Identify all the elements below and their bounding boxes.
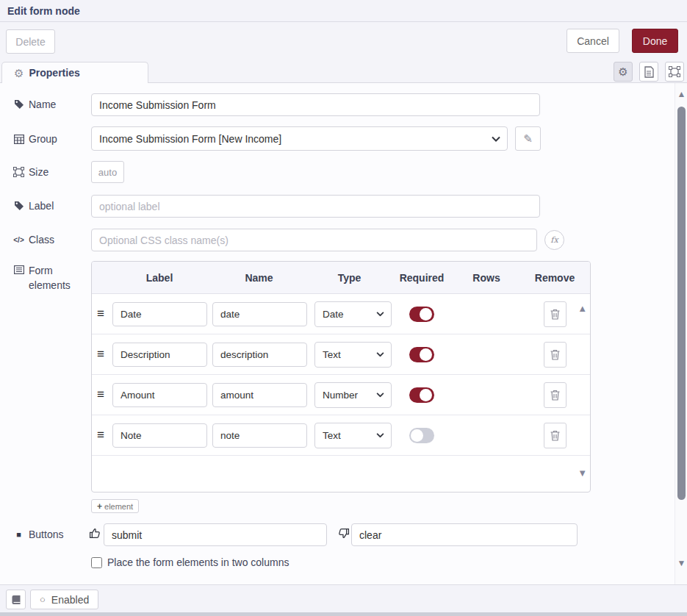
two-columns-checkbox[interactable] — [91, 557, 102, 568]
table-scroll-up-icon[interactable]: ▲ — [578, 303, 587, 314]
add-element-label: element — [104, 502, 133, 511]
thumbs-down-icon — [337, 527, 350, 540]
table-icon — [13, 135, 24, 144]
form-elements-header: Label Name Type Required Rows Remove — [92, 262, 590, 294]
label-input[interactable] — [91, 195, 540, 218]
element-label-input[interactable] — [112, 423, 207, 448]
buttons-label-row: ■ Buttons — [13, 529, 63, 540]
element-label-input[interactable] — [112, 343, 207, 367]
element-type-select-wrap: Text — [314, 342, 392, 368]
element-name-input[interactable] — [212, 302, 307, 326]
pencil-icon: ✎ — [523, 132, 533, 146]
class-label-row: </> Class — [13, 234, 54, 246]
element-type-select-wrap: Number — [314, 382, 392, 408]
form-elements-table: Label Name Type Required Rows Remove ≡ D… — [91, 261, 591, 493]
dialog-toolbar: Delete Cancel Done — [0, 22, 687, 61]
dialog-scrollbar: ▲ ▼ — [675, 83, 687, 584]
required-toggle[interactable] — [409, 307, 434, 322]
class-input[interactable] — [91, 229, 537, 251]
scrollbar-thumb[interactable] — [677, 107, 686, 500]
form-elements-label: Form elements — [29, 263, 87, 293]
col-header-type: Type — [309, 272, 390, 284]
done-button[interactable]: Done — [632, 29, 678, 53]
form-element-row: ≡ Date — [92, 294, 590, 334]
tag-icon — [13, 99, 24, 110]
cancel-button[interactable]: Cancel — [566, 29, 619, 53]
drag-handle[interactable]: ≡ — [92, 347, 109, 362]
edit-description-button[interactable] — [639, 62, 658, 82]
properties-panel: Name Group Income Submission Form [New I… — [0, 83, 687, 584]
table-scroll-down-icon[interactable]: ▼ — [578, 468, 587, 479]
trash-icon — [550, 349, 560, 360]
drag-handle[interactable]: ≡ — [92, 307, 109, 321]
element-type-select[interactable]: Number — [314, 382, 392, 408]
group-select[interactable]: Income Submission Form [New Income] — [91, 126, 508, 151]
workspace-edge — [0, 612, 687, 616]
element-label-input[interactable] — [112, 302, 207, 326]
list-icon — [13, 265, 24, 274]
edit-properties-button[interactable]: ⚙ — [614, 62, 633, 82]
tab-toolbar: ⚙ — [614, 62, 684, 82]
enabled-toggle-button[interactable]: ○ Enabled — [30, 590, 98, 609]
element-type-select-wrap: Date — [314, 301, 392, 327]
scroll-up-icon[interactable]: ▲ — [675, 89, 687, 99]
element-name-input[interactable] — [212, 343, 307, 367]
node-help-button[interactable] — [6, 590, 26, 609]
label-label: Label — [29, 200, 54, 212]
form-element-row: ≡ Number — [92, 375, 590, 415]
element-name-input[interactable] — [212, 383, 307, 407]
submit-button-text-input[interactable] — [104, 523, 327, 546]
dialog-header: Edit form node — [0, 0, 687, 22]
enabled-label: Enabled — [51, 594, 89, 606]
two-columns-option: Place the form elements in two columns — [91, 556, 289, 568]
drag-handle[interactable]: ≡ — [92, 387, 109, 402]
edit-group-button[interactable]: ✎ — [515, 126, 541, 151]
node-appearance-button[interactable] — [665, 62, 684, 82]
trash-icon — [550, 309, 560, 320]
appearance-frame-icon — [669, 66, 680, 77]
element-label-input[interactable] — [112, 383, 207, 407]
group-select-wrap: Income Submission Form [New Income] — [91, 126, 508, 151]
drag-handle[interactable]: ≡ — [92, 428, 109, 443]
element-type-select[interactable]: Text — [314, 423, 392, 448]
enabled-circle-icon: ○ — [40, 595, 46, 604]
element-type-select[interactable]: Date — [314, 301, 392, 327]
document-icon — [644, 66, 654, 78]
required-toggle[interactable] — [409, 387, 434, 403]
plus-icon: + — [97, 501, 102, 512]
name-input[interactable] — [91, 93, 540, 116]
dynamic-class-fx-badge[interactable]: fx — [544, 230, 564, 250]
required-toggle[interactable] — [409, 428, 434, 443]
tab-properties[interactable]: ⚙ Properties — [1, 62, 148, 84]
required-toggle[interactable] — [409, 347, 434, 362]
clear-button-text-input[interactable] — [351, 523, 578, 546]
remove-element-button[interactable] — [544, 342, 566, 368]
col-header-rows: Rows — [453, 272, 519, 284]
name-label-row: Name — [13, 99, 56, 110]
scroll-down-icon[interactable]: ▼ — [675, 558, 687, 568]
form-element-row: ≡ Text — [92, 415, 590, 456]
size-frame-icon — [13, 167, 24, 177]
form-element-row: ≡ Text — [92, 334, 590, 375]
add-element-button[interactable]: + element — [91, 499, 139, 513]
col-header-required: Required — [390, 272, 453, 284]
buttons-label: Buttons — [29, 529, 63, 540]
trash-icon — [550, 430, 560, 441]
element-type-select[interactable]: Text — [314, 342, 392, 368]
group-label-row: Group — [13, 133, 57, 145]
square-icon: ■ — [13, 530, 24, 539]
remove-element-button[interactable] — [544, 423, 566, 448]
col-header-label: Label — [109, 272, 209, 284]
remove-element-button[interactable] — [544, 301, 566, 327]
size-auto-button[interactable]: auto — [91, 161, 124, 183]
book-icon — [11, 595, 21, 605]
class-label: Class — [29, 234, 54, 246]
two-columns-label: Place the form elements in two columns — [107, 556, 289, 568]
gear-icon: ⚙ — [14, 68, 24, 79]
code-icon: </> — [13, 236, 24, 244]
element-name-input[interactable] — [212, 423, 307, 448]
col-header-remove: Remove — [519, 272, 590, 284]
delete-button[interactable]: Delete — [6, 29, 55, 54]
remove-element-button[interactable] — [544, 382, 566, 408]
gear-icon: ⚙ — [618, 66, 627, 77]
